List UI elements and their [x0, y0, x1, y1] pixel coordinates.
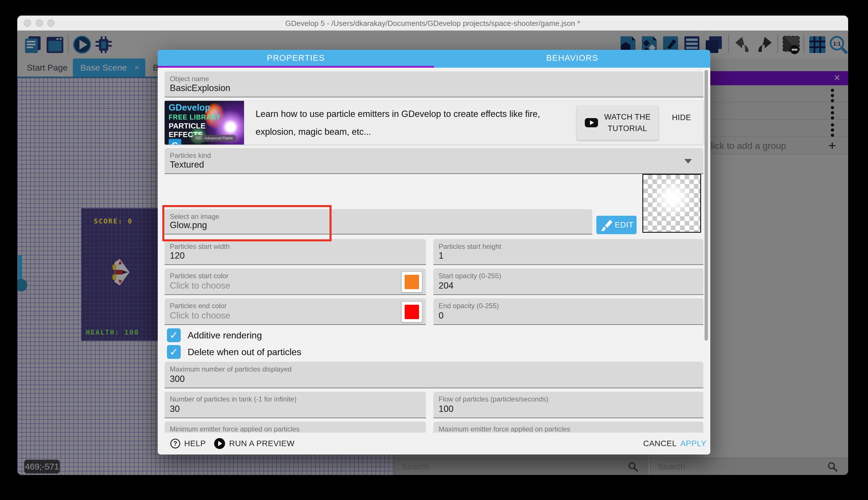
start-width-field[interactable]: Particles start width 120 — [165, 239, 426, 265]
thumb-line1: PARTICLE — [169, 122, 206, 130]
start-height-field[interactable]: Particles start height 1 — [433, 239, 703, 265]
field-label: Object name — [170, 75, 209, 83]
flow-field[interactable]: Flow of particles (particles/seconds) 10… — [433, 392, 703, 418]
thumb-caption: OG - Advanced Flame — [192, 135, 236, 142]
window-title: GDevelop 5 - /Users/dkarakay/Documents/G… — [17, 19, 848, 28]
tank-field[interactable]: Number of particles in tank (-1 for infi… — [165, 392, 426, 418]
titlebar: GDevelop 5 - /Users/dkarakay/Documents/G… — [17, 15, 848, 31]
field-label: End opacity (0-255) — [438, 302, 499, 310]
particles-kind-select[interactable]: Particles kind Textured — [165, 148, 703, 174]
max-particles-field[interactable]: Maximum number of particles displayed 30… — [165, 362, 703, 388]
field-label: Particles start height — [438, 242, 501, 251]
field-label: Start opacity (0-255) — [438, 272, 501, 280]
tutorial-text-line2: explosion, magic beam, etc... — [256, 127, 371, 137]
object-name-field[interactable]: Object name BasicExplosion — [165, 71, 703, 97]
object-properties-dialog: PROPERTIES BEHAVIORS Object name BasicEx… — [158, 50, 710, 454]
field-label: Particles kind — [170, 151, 211, 160]
tutorial-thumbnail[interactable]: GDevelop FREE LIBRARY PARTICLE EFFECTS G… — [165, 101, 244, 145]
field-placeholder: Click to choose — [170, 281, 230, 291]
particle-image-preview — [642, 174, 701, 233]
start-color-field[interactable]: Particles start color Click to choose — [165, 269, 426, 295]
end-color-field[interactable]: Particles end color Click to choose — [165, 298, 426, 325]
active-tab-indicator — [158, 66, 434, 68]
field-value: 1 — [438, 251, 444, 261]
dialog-footer: ? HELP RUN A PREVIEW CANCEL APPLY — [158, 433, 710, 454]
field-value: 100 — [438, 404, 454, 414]
tab-behaviors[interactable]: BEHAVIORS — [434, 50, 710, 66]
run-preview-icon — [214, 438, 225, 449]
field-label: Minimum emitter force applied on particl… — [170, 425, 300, 433]
additive-rendering-label: Additive rendering — [188, 328, 262, 342]
thumb-sub-text: FREE LIBRARY — [169, 113, 221, 121]
run-preview-button[interactable]: RUN A PREVIEW — [229, 433, 294, 454]
watch-label-line1: WATCH THE — [604, 113, 651, 121]
cancel-button[interactable]: CANCEL — [635, 433, 684, 454]
field-label: Particles start color — [170, 272, 228, 280]
chevron-down-icon — [684, 159, 692, 163]
edit-button-label: EDIT — [615, 220, 634, 229]
additive-rendering-checkbox[interactable]: ✓ — [167, 328, 181, 342]
field-label: Particles start width — [170, 242, 230, 251]
apply-button[interactable]: APPLY — [678, 433, 709, 454]
field-value: BasicExplosion — [170, 83, 230, 93]
field-label: Maximum emitter force applied on particl… — [438, 425, 571, 433]
gdevelop-logo: G — [169, 139, 181, 145]
field-label: Particles end color — [170, 302, 226, 310]
start-color-swatch[interactable] — [401, 271, 422, 293]
tutorial-text-line1: Learn how to use particle emitters in GD… — [256, 109, 540, 119]
dialog-tab-header: PROPERTIES BEHAVIORS — [158, 50, 710, 68]
youtube-play-icon — [585, 118, 598, 127]
edit-image-button[interactable]: EDIT — [596, 216, 637, 234]
tutorial-banner: GDevelop FREE LIBRARY PARTICLE EFFECTS G… — [165, 101, 703, 145]
field-value: 300 — [170, 374, 185, 384]
field-value: 30 — [170, 404, 179, 414]
field-value: 120 — [170, 251, 185, 261]
delete-when-out-label: Delete when out of particles — [188, 345, 301, 359]
field-value: 0 — [438, 310, 444, 321]
field-label: Flow of particles (particles/seconds) — [438, 395, 548, 403]
annotation-highlight-rectangle — [162, 205, 331, 241]
thumb-brand-text: GDevelop — [169, 103, 210, 113]
field-value: 204 — [438, 281, 454, 291]
tab-properties[interactable]: PROPERTIES — [158, 50, 434, 66]
watch-tutorial-button[interactable]: WATCH THE TUTORIAL — [577, 105, 658, 140]
end-opacity-field[interactable]: End opacity (0-255) 0 — [433, 298, 703, 325]
field-placeholder: Click to choose — [170, 310, 230, 321]
delete-when-out-checkbox[interactable]: ✓ — [167, 345, 181, 359]
end-color-swatch[interactable] — [401, 301, 422, 322]
brush-icon — [599, 217, 615, 233]
help-icon: ? — [171, 439, 180, 448]
start-opacity-field[interactable]: Start opacity (0-255) 204 — [433, 269, 703, 295]
help-button[interactable]: HELP — [184, 433, 206, 454]
field-label: Maximum number of particles displayed — [170, 365, 292, 373]
watch-label-line2: TUTORIAL — [608, 124, 647, 133]
screenshot-canvas: GDevelop 5 - /Users/dkarakay/Documents/G… — [0, 0, 868, 500]
field-value: Textured — [170, 160, 204, 170]
field-label: Number of particles in tank (-1 for infi… — [170, 395, 296, 403]
hide-button[interactable]: HIDE — [667, 107, 696, 128]
dialog-scrollbar[interactable] — [705, 70, 708, 341]
